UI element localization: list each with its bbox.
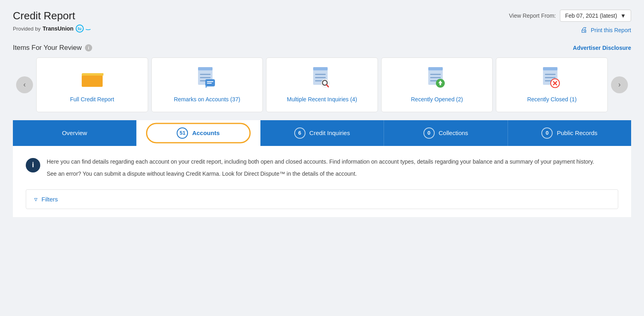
- document-x-icon: [540, 66, 564, 90]
- carousel-next-button[interactable]: ›: [611, 76, 628, 93]
- tab-credit-inquiries-label: Credit Inquiries: [310, 129, 350, 136]
- info-text: Here you can find details regarding each…: [47, 157, 594, 182]
- carousel-wrapper: Full Credit Report: [36, 57, 608, 112]
- svg-rect-8: [207, 81, 213, 82]
- print-report-button[interactable]: 🖨 Print this Report: [580, 26, 631, 34]
- nav-tabs: Overview 51 Accounts 6 Credit Inquiries …: [13, 120, 631, 146]
- page-header: Credit Report Provided by TransUnion tu …: [13, 10, 631, 34]
- accounts-badge: 51: [177, 127, 188, 139]
- filters-label: Filters: [41, 196, 58, 203]
- content-area: i Here you can find details regarding ea…: [13, 146, 631, 218]
- card-label-recently-closed: Recently Closed (1): [527, 96, 577, 104]
- card-remarks-on-accounts[interactable]: Remarks on Accounts (37): [151, 57, 263, 112]
- collections-badge: 0: [423, 127, 435, 139]
- header-left: Credit Report Provided by TransUnion tu: [13, 10, 91, 33]
- document-search-icon: [310, 66, 334, 90]
- svg-rect-9: [207, 83, 212, 84]
- info-block: i Here you can find details regarding ea…: [26, 157, 618, 182]
- view-report-label: View Report From:: [509, 12, 556, 19]
- info-line-1: Here you can find details regarding each…: [47, 157, 594, 166]
- tab-collections[interactable]: 0 Collections: [384, 120, 508, 146]
- tu-badge: tu: [76, 25, 84, 33]
- transunion-name: TransUnion: [43, 25, 74, 32]
- info-circle-icon: i: [26, 158, 40, 172]
- info-line-2: See an error? You can submit a dispute w…: [47, 169, 594, 178]
- provided-by-label: Provided by: [13, 26, 41, 32]
- date-dropdown[interactable]: Feb 07, 2021 (latest) ▼: [560, 10, 631, 22]
- credit-inquiries-badge: 6: [294, 127, 305, 139]
- svg-rect-20: [428, 67, 443, 70]
- tab-accounts-label: Accounts: [192, 129, 219, 136]
- svg-rect-12: [313, 67, 328, 70]
- review-header: Items For Your Review i Advertiser Discl…: [13, 44, 631, 52]
- page-title: Credit Report: [13, 10, 91, 22]
- print-icon: 🖨: [580, 26, 588, 34]
- review-info-icon[interactable]: i: [85, 44, 92, 51]
- card-full-credit-report[interactable]: Full Credit Report: [36, 57, 148, 112]
- svg-rect-3: [198, 67, 213, 70]
- review-title-row: Items For Your Review i: [13, 44, 92, 52]
- tab-overview-label: Overview: [62, 129, 87, 136]
- cards-carousel: ‹ Full Credit Report: [13, 57, 631, 112]
- svg-rect-1: [82, 76, 103, 87]
- tab-public-records[interactable]: 0 Public Records: [508, 120, 631, 146]
- card-multiple-recent-inquiries[interactable]: Multiple Recent Inquiries (4): [266, 57, 378, 112]
- card-label-remarks: Remarks on Accounts (37): [174, 96, 240, 104]
- card-label-full-credit-report: Full Credit Report: [70, 96, 114, 104]
- carousel-prev-button[interactable]: ‹: [16, 76, 33, 93]
- provider-info: Provided by TransUnion tu: [13, 25, 91, 33]
- document-up-icon: [425, 66, 449, 90]
- advertiser-disclosure-link[interactable]: Advertiser Disclosure: [573, 45, 631, 51]
- card-label-inquiries: Multiple Recent Inquiries (4): [287, 96, 357, 104]
- view-report-row: View Report From: Feb 07, 2021 (latest) …: [509, 10, 632, 22]
- public-records-badge: 0: [541, 127, 553, 139]
- svg-rect-26: [440, 83, 441, 85]
- folder-icon: [80, 66, 104, 90]
- tab-public-records-label: Public Records: [557, 129, 597, 136]
- tab-accounts[interactable]: 51 Accounts: [136, 120, 260, 146]
- card-recently-closed[interactable]: Recently Closed (1): [496, 57, 608, 112]
- card-label-recently-opened: Recently Opened (2): [411, 96, 463, 104]
- review-section: Items For Your Review i Advertiser Discl…: [13, 44, 631, 112]
- tab-credit-inquiries[interactable]: 6 Credit Inquiries: [260, 120, 384, 146]
- filters-row[interactable]: ▿ Filters: [26, 189, 618, 209]
- tab-overview[interactable]: Overview: [13, 120, 136, 146]
- card-recently-opened[interactable]: Recently Opened (2): [381, 57, 493, 112]
- underline-decoration: [86, 27, 91, 30]
- header-right: View Report From: Feb 07, 2021 (latest) …: [509, 10, 632, 34]
- print-label: Print this Report: [591, 27, 631, 33]
- date-value: Feb 07, 2021 (latest): [565, 12, 617, 19]
- tab-collections-label: Collections: [439, 129, 468, 136]
- filter-icon: ▿: [34, 195, 37, 203]
- svg-marker-10: [205, 86, 207, 88]
- dropdown-chevron-icon: ▼: [620, 12, 626, 19]
- svg-rect-28: [543, 67, 557, 70]
- document-chat-icon: [195, 66, 219, 90]
- review-section-title: Items For Your Review: [13, 44, 82, 52]
